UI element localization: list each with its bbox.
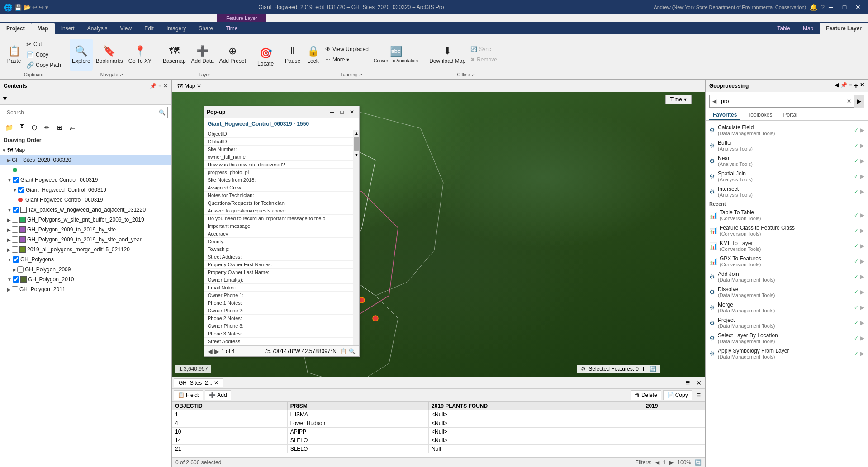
database-icon[interactable]: 🗄: [16, 122, 27, 133]
grid-icon[interactable]: ⊞: [54, 122, 65, 133]
go-to-xy-btn[interactable]: 📍 Go To XY: [126, 39, 154, 71]
scroll-up[interactable]: ▲: [353, 130, 360, 136]
field-btn[interactable]: 📋 Field:: [174, 390, 203, 400]
table-close-icon[interactable]: ✕: [694, 379, 703, 387]
filter-icon[interactable]: ▼: [2, 95, 8, 102]
layer-tax[interactable]: ▼ Tax_parcels_w_hogweed_and_adjacent_031…: [0, 205, 171, 215]
geo-item-dissolve[interactable]: ⚙ Dissolve (Data Management Tools) ✓ ▶: [706, 284, 868, 300]
geo-back-icon[interactable]: ◀: [835, 82, 839, 90]
restore-btn[interactable]: □: [838, 2, 851, 12]
notification-icon[interactable]: 🔔: [810, 4, 817, 11]
popup-restore[interactable]: □: [337, 108, 346, 117]
popup-close[interactable]: ✕: [347, 108, 356, 117]
tab-analysis[interactable]: Analysis: [81, 23, 114, 34]
table-row[interactable]: 10 APIPP <Null>: [172, 428, 705, 436]
geo-item-add-join[interactable]: ⚙ Add Join (Data Management Tools) ✓ ▶: [706, 269, 868, 284]
geo-clear-icon[interactable]: ✕: [844, 98, 854, 104]
col-prism[interactable]: PRISM: [287, 402, 428, 410]
table-tab[interactable]: GH_Sites_2... ✕: [174, 378, 223, 387]
geo-item-calculate-field[interactable]: ⚙ Calculate Field (Data Management Tools…: [706, 123, 868, 138]
layer-ghc-group[interactable]: ▼ Giant Hogweed Control_060319: [0, 175, 171, 185]
map-expand[interactable]: ▼: [2, 148, 6, 153]
layer-2011-checkbox[interactable]: [12, 286, 18, 292]
geo-item-apply-symbology[interactable]: ⚙ Apply Symbology From Layer (Data Manag…: [706, 346, 868, 361]
geo-back-btn[interactable]: ◀: [710, 98, 719, 104]
geo-tab-favorites[interactable]: Favorites: [709, 110, 740, 120]
map-view[interactable]: Time ▾ 1:3,640,957 ⚙ Selected Features: …: [172, 92, 705, 377]
table-row[interactable]: 14 SLELO <Null>: [172, 436, 705, 445]
ghc-sub-checkbox[interactable]: [18, 187, 24, 193]
refresh-icon-table[interactable]: 🔄: [695, 459, 702, 466]
tab-time[interactable]: Time: [219, 23, 244, 34]
table-menu-icon[interactable]: ≡: [683, 379, 693, 387]
tab-edit[interactable]: Edit: [138, 23, 160, 34]
time-button[interactable]: Time ▾: [665, 95, 692, 104]
layer-2009[interactable]: ▶ GH_Polygon_2009: [0, 264, 171, 274]
polygon-icon[interactable]: ⬡: [29, 122, 40, 133]
map-tab[interactable]: 🗺 Map ✕: [172, 80, 207, 92]
search-icon[interactable]: 🔍: [157, 109, 167, 116]
layer-2019[interactable]: ▶ 2019_all_polygons_merge_edit15_021120: [0, 245, 171, 255]
layer-ghc-dot[interactable]: Giant Hogweed Control_060319: [0, 195, 171, 205]
layer-2009-checkbox[interactable]: [17, 266, 24, 273]
geo-item-merge[interactable]: ⚙ Merge (Data Management Tools) ✓ ▶: [706, 300, 868, 315]
folder-icon[interactable]: 📁: [4, 122, 14, 133]
col-2019[interactable]: 2019: [643, 402, 705, 410]
gh-polygons-checkbox[interactable]: [13, 256, 19, 263]
scroll-down[interactable]: ▼: [353, 151, 360, 158]
copy-table-btn[interactable]: 📄 Copy: [663, 390, 692, 400]
geo-item-near[interactable]: ⚙ Near (Analysis Tools) ✓ ▶: [706, 153, 868, 169]
copy-btn[interactable]: 📄 Copy: [24, 50, 63, 60]
tax-checkbox[interactable]: [13, 207, 19, 213]
refresh-icon-map[interactable]: 🔄: [650, 366, 656, 372]
edit-icon[interactable]: ✏: [42, 122, 52, 133]
polygon-site-year-checkbox[interactable]: [12, 236, 18, 243]
nav-prev-icon[interactable]: ◀: [655, 459, 659, 466]
pin-icon[interactable]: 📌: [150, 83, 157, 89]
geo-item-buffer[interactable]: ⚙ Buffer (Analysis Tools) ✓ ▶: [706, 138, 868, 153]
contents-menu-icon[interactable]: ≡: [158, 83, 161, 89]
tab-insert[interactable]: Insert: [55, 23, 81, 34]
add-data-btn[interactable]: ➕ Add Data: [189, 39, 216, 71]
tab-table[interactable]: Table: [771, 23, 797, 34]
locate-btn[interactable]: 🎯 Locate: [255, 42, 276, 73]
view-unplaced-btn[interactable]: 👁 View Unplaced: [323, 45, 370, 55]
layer-buffer[interactable]: ▶ GH_Polygons_w_site_pnt_buffer_2009_to_…: [0, 215, 171, 225]
table-row[interactable]: 21 SLELO Null: [172, 445, 705, 453]
remove-btn[interactable]: ✖ Remove: [469, 55, 505, 65]
geo-item-gpx[interactable]: 📊 GPX To Features (Conversion Tools) ✓ ▶: [706, 254, 868, 269]
table-row[interactable]: 4 Lower Hudson <Null>: [172, 419, 705, 428]
tab-feature-layer[interactable]: Feature Layer: [820, 23, 868, 34]
sync-btn[interactable]: 🔄 Sync: [469, 45, 505, 55]
more-btn[interactable]: ⋯ More ▾: [323, 55, 370, 65]
layer-2011[interactable]: ▶ GH_Polygon_2011: [0, 284, 171, 294]
tab-map-ctx[interactable]: Map: [797, 23, 820, 34]
geo-item-select-by-location[interactable]: ⚙ Select Layer By Location (Data Managem…: [706, 330, 868, 346]
copy-path-btn[interactable]: 🔗 Copy Path: [24, 60, 63, 70]
layer-polygon-site[interactable]: ▶ GH_Polygon_2009_to_2019_by_site: [0, 225, 171, 235]
geo-pin-icon[interactable]: 📌: [840, 82, 847, 90]
nav-next-icon[interactable]: ▶: [669, 459, 674, 466]
add-preset-btn[interactable]: ⊕ Add Preset: [217, 39, 248, 71]
popup-copy-icon[interactable]: 📋: [340, 348, 347, 354]
tab-project[interactable]: Project: [0, 23, 31, 34]
help-icon[interactable]: ?: [821, 4, 825, 11]
geo-item-kml[interactable]: 📊 KML To Layer (Conversion Tools) ✓ ▶: [706, 238, 868, 254]
delete-btn[interactable]: 🗑 Delete: [631, 390, 661, 400]
map-tab-close[interactable]: ✕: [197, 83, 201, 89]
buffer-checkbox[interactable]: [12, 217, 18, 223]
close-btn[interactable]: ✕: [852, 2, 864, 12]
table-tab-close[interactable]: ✕: [214, 380, 218, 386]
layer-ghc-sub[interactable]: ▼ Giant_Hogweed_Control_060319: [0, 185, 171, 195]
layer-2019-checkbox[interactable]: [12, 246, 18, 253]
col-objectid[interactable]: OBJECTID: [172, 402, 288, 410]
table-options-icon[interactable]: ≡: [694, 391, 703, 399]
geo-tab-portal[interactable]: Portal: [779, 110, 801, 120]
col-plants[interactable]: 2019 PLANTS FOUND: [429, 402, 643, 410]
table-row[interactable]: 1 LIISMA <Null>: [172, 410, 705, 419]
geo-item-fc2fc[interactable]: 📊 Feature Class to Feature Class (Conver…: [706, 223, 868, 238]
geo-item-intersect[interactable]: ⚙ Intersect (Analysis Tools) ✓ ▶: [706, 184, 868, 199]
geo-add-icon[interactable]: +: [854, 82, 858, 90]
scroll-thumb[interactable]: [354, 137, 359, 151]
geo-item-spatial-join[interactable]: ⚙ Spatial Join (Analysis Tools) ✓ ▶: [706, 169, 868, 184]
